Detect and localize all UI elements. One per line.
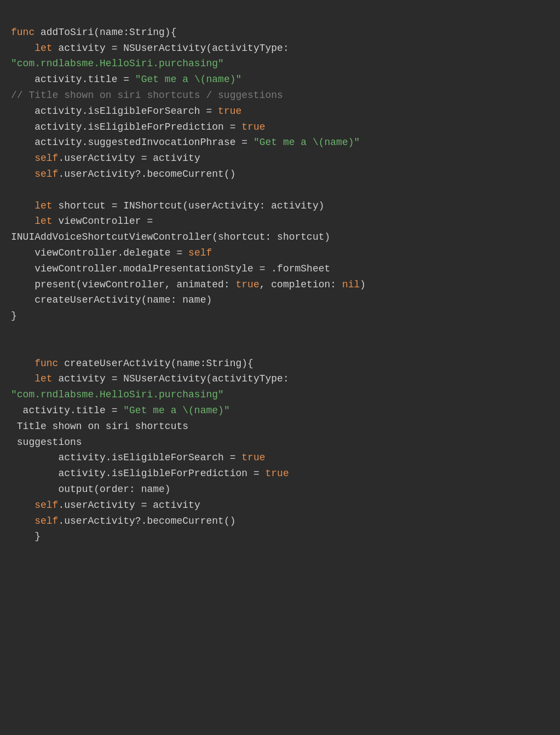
code-token-kw: nil [342, 279, 360, 290]
code-line: } [11, 308, 549, 324]
code-token-kw: let [11, 216, 58, 227]
code-token-kw: let [11, 200, 58, 211]
code-token-plain: } [11, 310, 17, 321]
code-token-kw: func [11, 27, 41, 38]
code-token-plain: ) [360, 279, 366, 290]
code-token-plain: shortcut = INShortcut(userActivity: acti… [58, 200, 324, 211]
code-token-kw: true [241, 121, 265, 132]
code-line: self.userActivity = activity [11, 151, 549, 166]
code-token-plain: .userActivity = activity [58, 500, 200, 511]
code-token-kw: let [11, 373, 58, 384]
code-line: output(order: name) [11, 482, 549, 497]
code-line: activity.isEligibleForSearch = true [11, 103, 549, 119]
code-line: Title shown on siri shortcuts [11, 419, 549, 435]
code-token-plain: activity = NSUserActivity(activityType: [58, 43, 288, 54]
code-line: activity.isEligibleForPrediction = true [11, 119, 549, 135]
code-line: viewController.modalPresentationStyle = … [11, 261, 549, 277]
code-line: self.userActivity?.becomeCurrent() [11, 166, 549, 182]
code-line: createUserActivity(name: name) [11, 292, 549, 308]
code-line: let activity = NSUserActivity(activityTy… [11, 371, 549, 387]
code-token-comment: // Title shown on siri shortcuts / sugge… [11, 90, 283, 101]
code-token-kw: self [188, 247, 212, 258]
code-token-kw: self [11, 169, 58, 180]
code-line: INUIAddVoiceShortcutViewController(short… [11, 229, 549, 245]
code-line: "com.rndlabsme.HelloSiri.purchasing" [11, 56, 549, 72]
code-token-kw: func [11, 358, 64, 369]
code-token-kw: true [218, 106, 241, 117]
code-token-plain: activity.title = [11, 405, 123, 416]
code-token-str: "com.rndlabsme.HelloSiri.purchasing" [11, 58, 224, 69]
code-token-plain [11, 43, 34, 54]
code-token-str: "Get me a \(name)" [135, 74, 241, 85]
code-line: activity.title = "Get me a \(name)" [11, 403, 549, 419]
code-line: present(viewController, animated: true, … [11, 277, 549, 293]
code-line: activity.isEligibleForSearch = true [11, 450, 549, 466]
code-token-kw: let [34, 43, 58, 54]
code-line: self.userActivity = activity [11, 497, 549, 513]
code-line [11, 340, 549, 356]
code-token-plain: activity.title = [11, 74, 135, 85]
code-line: let shortcut = INShortcut(userActivity: … [11, 198, 549, 214]
code-line: // Title shown on siri shortcuts / sugge… [11, 88, 549, 103]
code-token-plain: activity.isEligibleForSearch = [11, 106, 218, 117]
code-token-kw: self [11, 153, 58, 164]
code-line: func createUserActivity(name:String){ [11, 356, 549, 372]
code-line: suggestions [11, 435, 549, 450]
code-line: activity.isEligibleForPrediction = true [11, 466, 549, 482]
code-token-plain: activity = NSUserActivity(activityType: [58, 373, 288, 384]
code-token-plain: .userActivity?.becomeCurrent() [58, 516, 235, 526]
code-token-kw: true [265, 468, 288, 479]
code-token-kw: true [241, 452, 265, 463]
code-token-kw: self [11, 516, 58, 526]
code-token-plain: INUIAddVoiceShortcutViewController(short… [11, 232, 330, 242]
code-token-plain: present(viewController, animated: [11, 279, 235, 290]
code-token-kw: self [11, 500, 58, 511]
code-line: let viewController = [11, 213, 549, 229]
code-token-plain: createUserActivity(name: name) [11, 294, 212, 305]
code-token-plain: output(order: name) [11, 484, 171, 495]
code-token-plain: activity.isEligibleForPrediction = [11, 468, 265, 479]
code-line: } [11, 529, 549, 545]
code-token-plain: } [11, 531, 41, 542]
code-token-plain: .userActivity = activity [58, 153, 200, 164]
code-line: activity.title = "Get me a \(name)" [11, 72, 549, 88]
code-token-plain: viewController.delegate = [11, 247, 188, 258]
code-token-plain: activity.suggestedInvocationPhrase = [11, 137, 253, 148]
code-token-plain: createUserActivity(name:String){ [64, 358, 253, 369]
code-token-str: "Get me a \(name)" [123, 405, 229, 416]
code-line [11, 324, 549, 340]
code-token-plain: .userActivity?.becomeCurrent() [58, 169, 235, 180]
code-token-plain: viewController.modalPresentationStyle = … [11, 263, 330, 274]
code-line: viewController.delegate = self [11, 245, 549, 261]
code-line [11, 182, 549, 198]
code-line: activity.suggestedInvocationPhrase = "Ge… [11, 135, 549, 151]
code-line: func addToSiri(name:String){ [11, 25, 549, 40]
code-token-plain: suggestions [11, 437, 82, 448]
code-token-plain: activity.isEligibleForSearch = [11, 452, 241, 463]
code-token-kw: true [235, 279, 259, 290]
code-token-plain: , completion: [259, 279, 342, 290]
code-editor: func addToSiri(name:String){ let activit… [11, 9, 549, 545]
code-token-plain: viewController = [58, 216, 153, 227]
code-token-plain: addToSiri(name:String){ [41, 27, 176, 38]
code-line: self.userActivity?.becomeCurrent() [11, 513, 549, 529]
code-token-plain: Title shown on siri shortcuts [11, 421, 188, 432]
code-line: let activity = NSUserActivity(activityTy… [11, 40, 549, 56]
code-line: "com.rndlabsme.HelloSiri.purchasing" [11, 387, 549, 403]
code-token-plain: activity.isEligibleForPrediction = [11, 121, 241, 132]
code-token-str: "com.rndlabsme.HelloSiri.purchasing" [11, 389, 224, 400]
code-token-str: "Get me a \(name)" [253, 137, 360, 148]
